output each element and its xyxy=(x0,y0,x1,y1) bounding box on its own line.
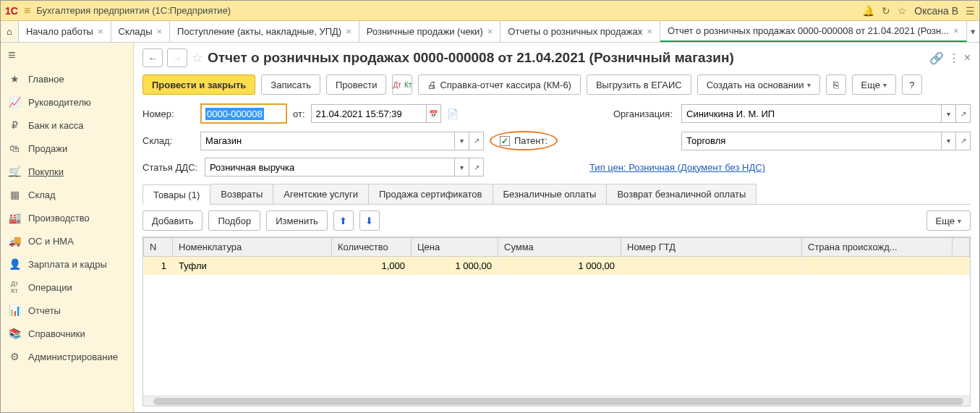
open-button[interactable]: ↗ xyxy=(469,132,484,150)
warehouse-input[interactable]: Магазин xyxy=(200,132,455,150)
sidebar-item-main[interactable]: ★Главное xyxy=(1,67,133,90)
save-button[interactable]: Записать xyxy=(261,74,320,95)
bag-icon: 🛍 xyxy=(8,142,21,154)
nav-back-button[interactable]: ← xyxy=(142,48,163,67)
dtkt-button[interactable]: ДтКт xyxy=(392,74,412,95)
close-icon[interactable]: × xyxy=(98,26,103,37)
more-icon[interactable]: ⋮ xyxy=(948,51,960,65)
horizontal-scrollbar[interactable] xyxy=(143,396,970,406)
price-type-link[interactable]: Тип цен: Розничная (Документ без НДС) xyxy=(589,162,765,173)
subtab-returns[interactable]: Возвраты xyxy=(210,184,273,204)
sidebar-item-production[interactable]: 🏭Производство xyxy=(1,206,133,229)
move-down-button[interactable]: ⬇ xyxy=(359,210,380,231)
col-qty[interactable]: Количество xyxy=(332,238,412,257)
open-button[interactable]: ↗ xyxy=(956,104,971,123)
col-gtd[interactable]: Номер ГТД xyxy=(621,238,802,257)
number-input[interactable]: 0000-000008 xyxy=(200,103,287,124)
tab-warehouses[interactable]: Склады× xyxy=(111,21,171,42)
cashier-report-button[interactable]: 🖨 Справка-отчет кассира (КМ-6) xyxy=(418,74,581,95)
tab-overflow[interactable]: ▾ xyxy=(967,21,979,42)
close-icon[interactable]: × xyxy=(157,26,163,37)
dropdown-button[interactable]: ▾ xyxy=(455,132,469,150)
pick-button[interactable]: Подбор xyxy=(208,210,260,231)
subtab-certs[interactable]: Продажа сертификатов xyxy=(368,184,493,204)
history-icon[interactable]: ↻ xyxy=(882,5,890,17)
org-label: Организация: xyxy=(600,108,673,119)
close-icon[interactable]: × xyxy=(953,25,959,36)
sidebar-item-refs[interactable]: 📚Справочники xyxy=(1,322,133,345)
home-tab[interactable]: ⌂ xyxy=(1,21,19,42)
user-name[interactable]: Оксана В xyxy=(914,5,958,17)
post-button[interactable]: Провести xyxy=(326,74,387,95)
table-row[interactable]: 1 Туфли 1,000 1 000,00 1 000,00 xyxy=(144,257,970,276)
sidebar-item-warehouse[interactable]: ▦Склад xyxy=(1,183,133,206)
close-icon[interactable]: × xyxy=(487,26,493,37)
date-input[interactable]: 21.04.2021 15:57:39 xyxy=(311,104,427,123)
patent-highlight: ✓ Патент: xyxy=(490,131,558,150)
subtab-agent[interactable]: Агентские услуги xyxy=(273,184,369,204)
close-icon[interactable]: × xyxy=(346,26,351,37)
app-logo: 1C xyxy=(5,5,18,17)
col-item[interactable]: Номенклатура xyxy=(173,238,332,257)
dropdown-button[interactable]: ▾ xyxy=(942,104,956,123)
tab-retail-reports[interactable]: Отчеты о розничных продажах× xyxy=(500,21,660,42)
sidebar-item-bank[interactable]: ₽Банк и касса xyxy=(1,114,133,137)
tab-retail-sales[interactable]: Розничные продажи (чеки)× xyxy=(359,21,501,42)
patent-input[interactable]: Торговля xyxy=(681,132,942,150)
open-button[interactable]: ↗ xyxy=(956,132,971,150)
tab-current-doc[interactable]: Отчет о розничных продажах 0000-000008 о… xyxy=(660,21,967,42)
more-button[interactable]: Еще xyxy=(852,74,896,95)
favorite-icon[interactable]: ☆ xyxy=(192,50,203,66)
move-up-button[interactable]: ⬆ xyxy=(333,210,354,231)
subtab-cashless-return[interactable]: Возврат безналичной оплаты xyxy=(606,184,757,204)
sidebar-item-admin[interactable]: ⚙Администрирование xyxy=(1,345,133,368)
print-icon[interactable]: 📄 xyxy=(447,108,459,119)
copy-button[interactable]: ⎘ xyxy=(826,74,846,95)
app-title: Бухгалтерия предприятия (1С:Предприятие) xyxy=(36,5,862,16)
dropdown-button[interactable]: ▾ xyxy=(942,132,956,150)
bell-icon[interactable]: 🔔 xyxy=(862,5,874,17)
sidebar-item-purchases[interactable]: 🛒Покупки xyxy=(1,160,133,183)
open-button[interactable]: ↗ xyxy=(469,158,484,176)
dds-input[interactable]: Розничная выручка xyxy=(205,158,455,176)
nav-forward-button[interactable]: → xyxy=(167,48,187,67)
org-input[interactable]: Синичкина И. М. ИП xyxy=(681,104,942,123)
sidebar-item-operations[interactable]: Дт КтОперации xyxy=(1,276,133,299)
ruble-icon: ₽ xyxy=(8,119,21,131)
patent-checkbox[interactable]: ✓ xyxy=(500,136,510,146)
add-button[interactable]: Добавить xyxy=(142,210,203,231)
sidebar-toggle[interactable]: ≡ xyxy=(1,43,133,67)
settings-icon[interactable]: ☰ xyxy=(966,5,975,17)
col-country[interactable]: Страна происхожд... xyxy=(802,238,953,257)
change-button[interactable]: Изменить xyxy=(266,210,328,231)
egais-button[interactable]: Выгрузить в ЕГАИС xyxy=(587,74,691,95)
dropdown-button[interactable]: ▾ xyxy=(455,158,469,176)
sidebar-item-salary[interactable]: 👤Зарплата и кадры xyxy=(1,252,133,276)
tab-start[interactable]: Начало работы× xyxy=(19,21,111,42)
col-n[interactable]: N xyxy=(144,238,173,257)
col-price[interactable]: Цена xyxy=(412,238,498,257)
help-button[interactable]: ? xyxy=(902,74,922,95)
subtab-cashless[interactable]: Безналичные оплаты xyxy=(493,184,608,204)
close-icon[interactable]: × xyxy=(964,51,971,64)
link-icon[interactable]: 🔗 xyxy=(929,51,944,65)
gear-icon: ⚙ xyxy=(8,351,21,362)
create-based-button[interactable]: Создать на основании xyxy=(697,74,820,95)
sidebar-item-manager[interactable]: 📈Руководителю xyxy=(1,90,133,114)
tab-receipts[interactable]: Поступление (акты, накладные, УПД)× xyxy=(170,21,359,42)
number-label: Номер: xyxy=(142,108,195,119)
person-icon: 👤 xyxy=(8,258,21,270)
post-and-close-button[interactable]: Провести и закрыть xyxy=(142,74,255,95)
main-menu-icon[interactable]: ≡ xyxy=(24,4,30,17)
calendar-button[interactable]: 📅 xyxy=(427,104,441,123)
sidebar-item-reports[interactable]: 📊Отчеты xyxy=(1,299,133,322)
table-more-button[interactable]: Еще xyxy=(926,210,971,231)
subtab-goods[interactable]: Товары (1) xyxy=(142,184,210,205)
star-icon[interactable]: ☆ xyxy=(898,5,907,17)
sidebar-item-assets[interactable]: 🚚ОС и НМА xyxy=(1,229,133,252)
close-icon[interactable]: × xyxy=(647,26,652,37)
col-extra xyxy=(953,238,970,257)
dds-label: Статья ДДС: xyxy=(142,162,199,173)
sidebar-item-sales[interactable]: 🛍Продажи xyxy=(1,137,133,160)
col-sum[interactable]: Сумма xyxy=(498,238,621,257)
